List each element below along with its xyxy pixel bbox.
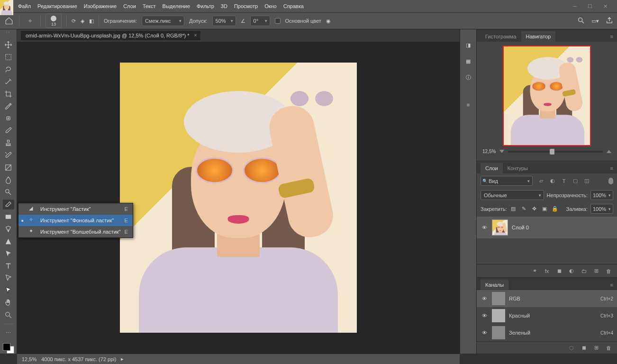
sampling-once-icon[interactable]: ◈: [81, 18, 84, 24]
limits-select[interactable]: Смеж.пикс: [142, 16, 184, 26]
angle-input[interactable]: 0°: [250, 16, 270, 26]
adjustment-layer-icon[interactable]: ◐: [568, 267, 575, 275]
tab-navigator[interactable]: Навигатор: [521, 31, 556, 42]
share-icon[interactable]: [606, 17, 613, 25]
maximize-icon[interactable]: ☐: [587, 3, 593, 9]
dock-color-icon[interactable]: ◨: [463, 40, 473, 50]
tab-paths[interactable]: Контуры: [503, 163, 533, 173]
tab-channels[interactable]: Каналы: [481, 280, 508, 290]
selection-tool[interactable]: [3, 285, 14, 295]
workspace-icon[interactable]: ▭▾: [591, 18, 599, 24]
dock-adjustments-icon[interactable]: ≡: [463, 100, 473, 110]
document-tab[interactable]: omid-armin-WxVm-UuuBpg-unsplash.jpg @ 12…: [21, 31, 200, 40]
sampling-continuous-icon[interactable]: ⟳: [72, 18, 76, 24]
layer-fx-icon[interactable]: fx: [543, 267, 551, 275]
crop-tool[interactable]: [3, 89, 14, 99]
load-selection-icon[interactable]: ◌: [568, 344, 575, 352]
channel-row-green[interactable]: 👁 Зеленый Ctrl+4: [477, 324, 617, 341]
brush-preset-picker[interactable]: 13: [45, 14, 62, 28]
pressure-icon[interactable]: ◉: [326, 18, 331, 24]
shape-triangle-tool[interactable]: [3, 237, 14, 246]
channel-visibility-icon[interactable]: 👁: [481, 329, 488, 337]
tolerance-input[interactable]: 50%: [212, 16, 236, 26]
fill-input[interactable]: 100%: [590, 204, 613, 214]
menu-layers[interactable]: Слои: [123, 3, 136, 9]
lock-pos-icon[interactable]: ✥: [531, 205, 538, 212]
flyout-background-eraser[interactable]: ■✧ Инструмент "Фоновый ластик" E: [18, 215, 133, 226]
sampling-bg-icon[interactable]: ◧: [89, 18, 94, 24]
menu-window[interactable]: Окно: [264, 3, 277, 9]
eraser-tool[interactable]: [3, 200, 14, 209]
home-icon[interactable]: [4, 16, 14, 26]
channels-panel-menu-icon[interactable]: ≡: [607, 280, 617, 290]
flyout-magic-eraser[interactable]: ✦ Инструмент "Волшебный ластик" E: [18, 226, 133, 237]
lock-artboard-icon[interactable]: ▣: [541, 205, 548, 212]
layers-panel-menu-icon[interactable]: ≡: [607, 163, 617, 173]
menu-3d[interactable]: 3D: [221, 3, 227, 9]
magic-wand-tool[interactable]: [3, 77, 14, 87]
history-brush-tool[interactable]: [3, 150, 14, 160]
new-layer-icon[interactable]: ⊞: [592, 267, 600, 275]
channel-row-red[interactable]: 👁 Красный Ctrl+3: [477, 307, 617, 324]
filter-toggle[interactable]: [608, 178, 613, 184]
healing-tool[interactable]: [3, 114, 14, 124]
filter-type-icon[interactable]: T: [560, 177, 568, 185]
filter-adjust-icon[interactable]: ◐: [549, 177, 556, 185]
menu-view[interactable]: Просмотр: [234, 3, 258, 9]
lasso-tool[interactable]: [3, 64, 14, 74]
menu-file[interactable]: Файл: [18, 3, 31, 9]
direct-select-tool[interactable]: [3, 273, 14, 283]
pen-tool[interactable]: [3, 224, 14, 234]
lock-trans-icon[interactable]: ▨: [510, 205, 517, 212]
menu-text[interactable]: Текст: [143, 3, 156, 9]
zoom-out-icon[interactable]: [499, 150, 504, 153]
gradient-tool[interactable]: [3, 163, 14, 173]
protect-fg-checkbox[interactable]: [275, 18, 281, 24]
marquee-tool[interactable]: [3, 52, 14, 62]
opacity-input[interactable]: 100%: [590, 190, 613, 200]
status-chevron-icon[interactable]: ▸: [121, 356, 124, 362]
foreground-color-swatch[interactable]: [3, 343, 10, 351]
dock-info-icon[interactable]: ⓘ: [463, 72, 473, 82]
menu-select[interactable]: Выделение: [163, 3, 190, 9]
panel-menu-icon[interactable]: ≡: [607, 31, 617, 42]
close-icon[interactable]: ✕: [602, 3, 608, 9]
stamp-tool[interactable]: [3, 138, 14, 148]
hand-tool[interactable]: [3, 298, 14, 308]
status-zoom[interactable]: 12,5%: [22, 356, 36, 362]
color-swatches[interactable]: [3, 343, 14, 354]
zoom-in-icon[interactable]: [607, 150, 611, 153]
link-layers-icon[interactable]: ⚭: [531, 267, 538, 275]
channel-row-rgb[interactable]: 👁 RGB Ctrl+2: [477, 290, 617, 307]
layer-row[interactable]: 👁 Слой 0: [477, 217, 617, 238]
menu-image[interactable]: Изображение: [84, 3, 117, 9]
eyedropper-tool[interactable]: [3, 101, 14, 111]
current-tool-icon[interactable]: ✧: [24, 15, 36, 27]
dock-swatches-icon[interactable]: ▦: [463, 56, 473, 66]
delete-layer-icon[interactable]: 🗑: [605, 267, 612, 275]
move-tool[interactable]: [3, 40, 14, 50]
filter-smart-icon[interactable]: ◫: [583, 177, 590, 185]
menu-filter[interactable]: Фильтр: [197, 3, 214, 9]
filter-pixel-icon[interactable]: ▱: [537, 177, 545, 185]
zoom-tool[interactable]: [3, 310, 14, 320]
navigator-zoom-slider[interactable]: [508, 151, 603, 153]
navigator-thumbnail[interactable]: [503, 46, 591, 146]
layer-name[interactable]: Слой 0: [512, 225, 529, 230]
layer-group-icon[interactable]: 🗀: [580, 267, 588, 275]
canvas-viewport[interactable]: [17, 42, 460, 354]
lock-all-icon[interactable]: 🔒: [552, 205, 559, 212]
path-select-tool[interactable]: [3, 249, 14, 259]
blur-tool[interactable]: [3, 175, 14, 185]
minimize-icon[interactable]: ─: [572, 3, 578, 9]
filter-shape-icon[interactable]: ▢: [572, 177, 579, 185]
layer-visibility-icon[interactable]: 👁: [481, 224, 488, 231]
layer-mask-icon[interactable]: ◼: [555, 267, 563, 275]
tab-histogram[interactable]: Гистограмма: [481, 31, 521, 42]
flyout-eraser[interactable]: ◢ Инструмент "Ластик" E: [18, 203, 133, 215]
tab-layers[interactable]: Слои: [481, 163, 503, 173]
layer-filter-select[interactable]: Вид: [481, 176, 533, 186]
brush-tool[interactable]: [3, 126, 14, 136]
status-dimensions[interactable]: 4000 пикс. x 4537 пикс. (72 ppi): [41, 356, 116, 362]
rectangle-tool[interactable]: [3, 212, 14, 222]
